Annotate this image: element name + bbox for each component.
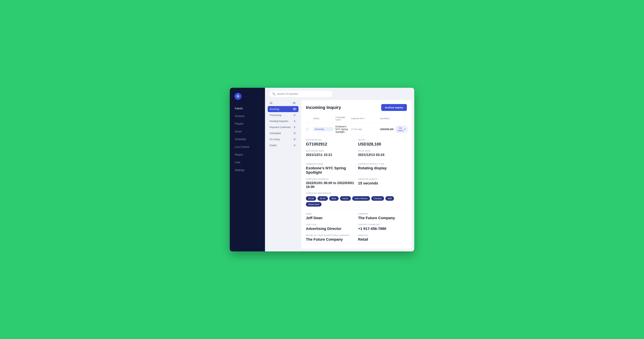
chevron-down-icon: ▾ bbox=[404, 128, 406, 130]
quote-field: QUOTE USD328,100 bbox=[358, 139, 407, 147]
tag-25-34: 25-34 bbox=[306, 196, 316, 201]
creative-length-field: CREATIVE LENGTH 15 seconds bbox=[358, 178, 407, 189]
filter-confirmed-badge: 1 bbox=[293, 126, 296, 129]
detail-panel: Incoming Inquiry Archive inquiry Status … bbox=[301, 100, 412, 249]
quotation-section: QUOTATION NO. GT1002912 QUOTE USD328,100… bbox=[306, 136, 407, 160]
quotation-col-header: Quotation bbox=[380, 117, 407, 120]
campaign-schedule-field: CAMPAIGN SCHEDULE 2022/01/01 08:00 to 20… bbox=[306, 178, 355, 189]
table-header: Status Campaign name Inquired time ↑ Quo… bbox=[306, 114, 407, 123]
display-type-field: CAMPAIGN DISPALY TYPE Rotating display bbox=[358, 163, 407, 175]
archive-button[interactable]: Archive inquiry bbox=[381, 104, 407, 111]
tag-35-44: 35-44 bbox=[318, 196, 328, 201]
sidebar-nav: Inquiry Screens Playlist Asset Schedule … bbox=[230, 105, 265, 174]
filter-ongoing-badge: 2 bbox=[293, 138, 296, 141]
filter-incoming[interactable]: Incoming 5 bbox=[268, 106, 298, 112]
preference-label: CAMPAIGN PREFERENCE bbox=[306, 192, 332, 194]
filter-scheduled[interactable]: Scheduled 3 bbox=[268, 130, 298, 136]
brand-field: BRAND OF YOUR ADVERTISING CAMPAIGN The F… bbox=[306, 234, 355, 242]
quotation-no-field: QUOTATION NO. GT1002912 bbox=[306, 139, 355, 147]
set-status-button[interactable]: Set status ▾ bbox=[395, 126, 408, 133]
tag-indoor: Indoor bbox=[340, 196, 351, 201]
quotation-cell: USD328,100 bbox=[380, 128, 394, 131]
filter-payment-confirmed[interactable]: Payment Confirmed 1 bbox=[268, 124, 298, 130]
time-ago-cell: 17 min ago bbox=[351, 128, 378, 130]
tag-male: Male bbox=[329, 196, 338, 201]
page-title: Incoming Inquiry bbox=[306, 105, 341, 110]
sidebar-item-user[interactable]: User bbox=[232, 159, 262, 166]
campaign-section: CAMPAIGN NAME Exobone's NYC Spring Spotl… bbox=[306, 160, 407, 210]
quotation-date-field: QUOTATION DATE 2021/12/11 15:21 bbox=[306, 150, 355, 157]
contact-section: NAME Jeff Dean COMPANY The Future Compan… bbox=[306, 210, 407, 245]
industry-field: INDUSTRY Retail bbox=[358, 234, 407, 242]
detail-header: Incoming Inquiry Archive inquiry bbox=[306, 104, 407, 111]
search-bar: 🔍 bbox=[269, 91, 333, 97]
tag-street-level: Street level bbox=[306, 202, 322, 207]
tag-hells-kitchen: Hell's Kitchen bbox=[352, 196, 370, 201]
filter-processing-badge: 2 bbox=[293, 114, 296, 117]
main-content: 🔍 All 15 Incoming 5 Processing 2 bbox=[265, 88, 414, 251]
search-bar-wrapper: 🔍 bbox=[265, 88, 414, 100]
valid-until-field: VALID UNTIL 2021/12/13 03:24 bbox=[358, 150, 407, 157]
time-col-header: Inquired time ↑ bbox=[351, 117, 378, 120]
sidebar-item-settings[interactable]: Settings bbox=[232, 167, 262, 174]
status-badge: Incoming bbox=[313, 127, 334, 131]
sidebar-item-inquiry[interactable]: Inquiry bbox=[232, 105, 262, 112]
filter-scheduled-badge: 3 bbox=[293, 132, 296, 135]
search-icon: 🔍 bbox=[272, 92, 276, 96]
filter-ongoing[interactable]: On Going 2 bbox=[268, 136, 298, 142]
filter-ended-badge: 1 bbox=[293, 144, 296, 147]
status-col-header: Status bbox=[313, 117, 334, 120]
tag-chelsea: Chelsea bbox=[371, 196, 384, 201]
sidebar-item-asset[interactable]: Asset bbox=[232, 128, 262, 135]
tag-mall: Mall bbox=[386, 196, 394, 201]
table-row[interactable]: Incoming Exobone's NYC Spring Spotlight … bbox=[306, 123, 407, 136]
phone-field: CONTACT PHONE NO. +1 917-456-7890 bbox=[358, 223, 407, 231]
sidebar-item-playlist[interactable]: Playlist bbox=[232, 120, 262, 127]
tags-row: 25-34 35-44 Male Indoor Hell's Kitchen C… bbox=[306, 196, 407, 207]
row-checkbox[interactable] bbox=[306, 128, 308, 131]
filter-pending-payment[interactable]: Pending Payment 1 bbox=[268, 118, 298, 124]
filter-processing[interactable]: Processing 2 bbox=[268, 112, 298, 118]
filter-pending-badge: 1 bbox=[293, 120, 296, 123]
content-layout: All 15 Incoming 5 Processing 2 Pending P… bbox=[265, 100, 414, 251]
campaign-name-field: CAMPAIGN NAME Exobone's NYC Spring Spotl… bbox=[306, 163, 355, 175]
sidebar-item-live-control[interactable]: Live Control bbox=[232, 144, 262, 151]
search-input[interactable] bbox=[277, 93, 330, 95]
company-field: COMPANY The Future Company bbox=[358, 213, 407, 220]
sidebar: G Inquiry Screens Playlist Asset Schedul… bbox=[230, 88, 265, 251]
campaign-col-header: Campaign name bbox=[336, 116, 349, 121]
logo-icon: G bbox=[234, 93, 242, 100]
campaign-name-cell: Exobone's NYC Spring Spotlight bbox=[336, 125, 349, 133]
filter-all[interactable]: All 15 bbox=[268, 100, 298, 106]
job-title-field: JOB TITLE Advertising Director bbox=[306, 223, 355, 231]
sidebar-item-report[interactable]: Report bbox=[232, 151, 262, 158]
filter-ended[interactable]: Ended 1 bbox=[268, 142, 298, 148]
filter-incoming-badge: 5 bbox=[293, 108, 296, 110]
filter-all-badge: 15 bbox=[292, 102, 296, 104]
app-logo: G bbox=[230, 93, 265, 105]
name-field: NAME Jeff Dean bbox=[306, 213, 355, 220]
filter-panel: All 15 Incoming 5 Processing 2 Pending P… bbox=[268, 100, 301, 249]
sidebar-item-schedule[interactable]: Schedule bbox=[232, 136, 262, 143]
sidebar-item-screens[interactable]: Screens bbox=[232, 113, 262, 120]
